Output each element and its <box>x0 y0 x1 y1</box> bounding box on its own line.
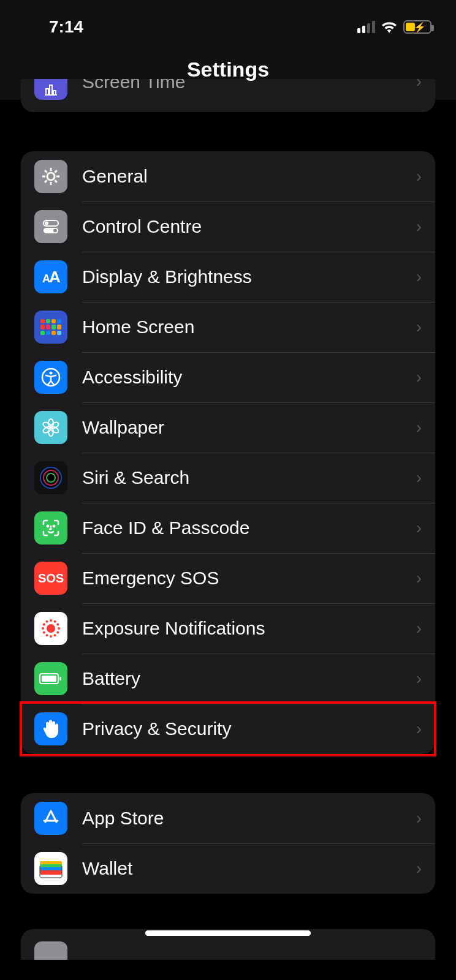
chevron-right-icon: › <box>416 368 422 387</box>
svg-line-6 <box>45 180 47 183</box>
row-label: Exposure Notifications <box>82 618 401 639</box>
row-accessibility[interactable]: Accessibility› <box>21 352 435 402</box>
svg-point-33 <box>53 634 56 637</box>
chevron-right-icon: › <box>416 669 422 688</box>
svg-point-12 <box>53 229 57 233</box>
row-display-brightness[interactable]: AADisplay & Brightness› <box>21 252 435 302</box>
svg-point-14 <box>50 372 53 375</box>
chevron-right-icon: › <box>416 217 422 236</box>
face-icon <box>34 511 67 545</box>
chevron-right-icon: › <box>416 317 422 337</box>
exposure-icon <box>34 612 67 645</box>
row-label: Control Centre <box>82 216 401 237</box>
battery-icon <box>34 662 67 695</box>
svg-point-37 <box>42 627 44 630</box>
svg-point-0 <box>47 173 55 180</box>
chevron-right-icon: › <box>416 418 422 437</box>
partial-icon <box>34 941 67 960</box>
chevron-right-icon: › <box>416 468 422 488</box>
status-bar: 7:14 ⚡ <box>0 0 456 43</box>
row-label: Wallet <box>82 858 401 879</box>
row-label: Home Screen <box>82 317 401 337</box>
cellular-signal-icon <box>357 21 375 33</box>
svg-rect-46 <box>40 870 62 875</box>
access-icon <box>34 361 67 394</box>
home-indicator[interactable] <box>145 930 311 936</box>
svg-point-10 <box>45 222 48 225</box>
chevron-right-icon: › <box>416 719 422 739</box>
svg-point-35 <box>45 634 48 637</box>
row-label: Face ID & Passcode <box>82 518 401 538</box>
row-label: General <box>82 166 401 187</box>
svg-point-30 <box>56 623 59 626</box>
row-emergency-sos[interactable]: SOSEmergency SOS› <box>21 553 435 603</box>
row-exposure-notifications[interactable]: Exposure Notifications› <box>21 603 435 654</box>
hand-icon <box>34 712 67 745</box>
svg-point-26 <box>53 526 55 527</box>
settings-group-partial-top: Screen Time › <box>21 79 435 112</box>
row-general[interactable]: General› <box>21 151 435 202</box>
svg-rect-41 <box>42 676 56 682</box>
row-wallet[interactable]: Wallet› <box>21 843 435 894</box>
gear-icon <box>34 160 67 193</box>
svg-point-34 <box>50 635 52 638</box>
row-label: Accessibility <box>82 367 401 388</box>
svg-point-20 <box>42 421 52 430</box>
row-siri-search[interactable]: Siri & Search› <box>21 453 435 503</box>
row-screen-time[interactable]: Screen Time › <box>21 79 435 112</box>
svg-point-25 <box>47 526 48 527</box>
row-label: App Store <box>82 808 401 829</box>
siri-icon <box>34 461 67 494</box>
row-label: Wallpaper <box>82 417 401 438</box>
svg-line-8 <box>45 170 47 173</box>
row-label: Siri & Search <box>82 467 401 488</box>
battery-icon: ⚡ <box>403 20 431 34</box>
row-label: Privacy & Security <box>82 718 401 739</box>
svg-point-31 <box>58 627 60 630</box>
toggles-icon <box>34 210 67 243</box>
svg-line-2 <box>55 170 57 173</box>
row-label: Emergency SOS <box>82 568 401 589</box>
chevron-right-icon: › <box>416 167 422 186</box>
svg-point-29 <box>53 620 56 623</box>
sos-icon: SOS <box>34 562 67 595</box>
svg-point-39 <box>45 620 48 623</box>
chevron-right-icon: › <box>416 518 422 538</box>
chevron-right-icon: › <box>416 79 422 91</box>
clock: 7:14 <box>49 17 83 37</box>
row-battery[interactable]: Battery› <box>21 654 435 704</box>
row-control-centre[interactable]: Control Centre› <box>21 202 435 252</box>
svg-point-36 <box>42 631 45 634</box>
svg-rect-42 <box>59 677 61 680</box>
status-indicators: ⚡ <box>357 20 431 34</box>
settings-scroll[interactable]: Screen Time › General›Control Centre›AAD… <box>0 79 456 960</box>
svg-line-4 <box>55 180 57 183</box>
row-wallpaper[interactable]: Wallpaper› <box>21 402 435 453</box>
chevron-right-icon: › <box>416 619 422 638</box>
chevron-right-icon: › <box>416 568 422 588</box>
svg-point-28 <box>50 619 52 622</box>
homegrid-icon <box>34 311 67 344</box>
wallet-icon <box>34 852 67 885</box>
row-label: Screen Time <box>82 79 401 92</box>
row-label: Display & Brightness <box>82 266 401 287</box>
aa-icon: AA <box>34 260 67 293</box>
chevron-right-icon: › <box>416 267 422 287</box>
svg-point-38 <box>42 623 45 626</box>
screen-time-icon <box>34 79 67 100</box>
settings-group-main: General›Control Centre›AADisplay & Brigh… <box>21 151 435 754</box>
row-privacy-security[interactable]: Privacy & Security› <box>21 704 435 754</box>
svg-point-27 <box>47 624 55 633</box>
chevron-right-icon: › <box>416 859 422 878</box>
row-app-store[interactable]: App Store› <box>21 793 435 843</box>
row-home-screen[interactable]: Home Screen› <box>21 302 435 352</box>
row-label: Battery <box>82 668 401 689</box>
wifi-icon <box>381 21 397 33</box>
chevron-right-icon: › <box>416 809 422 828</box>
row-face-id-passcode[interactable]: Face ID & Passcode› <box>21 503 435 553</box>
svg-point-32 <box>56 631 59 634</box>
flower-icon <box>34 411 67 444</box>
settings-group-store: App Store›Wallet› <box>21 793 435 894</box>
appstore-icon <box>34 802 67 835</box>
